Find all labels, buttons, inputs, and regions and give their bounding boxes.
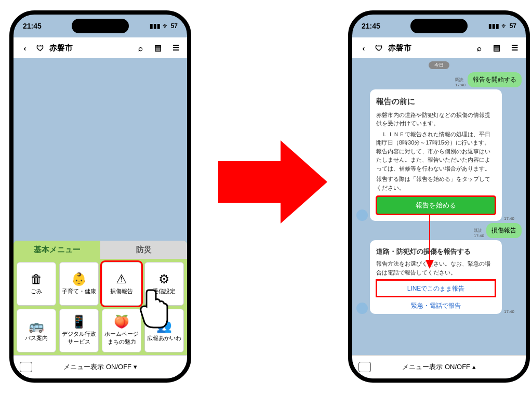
wifi-icon: ᯤ — [501, 22, 508, 30]
bubble-start: 報告を開始する — [468, 72, 522, 87]
chat-header: ‹ 🛡 赤磐市 ⌕ ▤ ☰ — [352, 37, 526, 58]
status-time: 21:45 — [23, 22, 42, 30]
chat-header: ‹ 🛡 赤磐市 ⌕ ▤ ☰ — [14, 37, 187, 58]
menu-toggle-bar[interactable]: メニュー表示 ON/OFF ▴ — [352, 355, 526, 378]
chat-title: 赤磐市 — [388, 43, 411, 53]
msg-bot-1: 報告の前に 赤磐市内の道路や防犯灯などの損傷の情報提供を受け付けています。 ＬＩ… — [356, 89, 522, 221]
shield-icon: 🛡 — [375, 44, 383, 53]
notch — [410, 19, 468, 33]
date-pill: 今日 — [429, 61, 449, 69]
search-icon[interactable]: ⌕ — [134, 42, 147, 54]
keyboard-icon[interactable] — [358, 362, 371, 372]
annotation-arrow-down — [422, 214, 437, 271]
notch — [72, 19, 129, 33]
bot-avatar — [356, 209, 368, 221]
battery-icon: 57 — [171, 22, 178, 30]
warning-icon: ⚠ — [116, 273, 127, 285]
peach-icon: 🍑 — [114, 316, 129, 328]
phone-right: 21:45 ▮▮▮ ᯤ 57 ‹ 🛡 赤磐市 ⌕ ▤ ☰ 今日 既読17:40 … — [348, 10, 530, 383]
menu-kosodate[interactable]: 👶子育て・健康 — [59, 262, 99, 306]
wifi-icon: ᯤ — [163, 22, 169, 30]
svg-marker-2 — [425, 260, 434, 269]
start-report-button[interactable]: 報告を始める — [376, 196, 496, 215]
back-icon[interactable]: ‹ — [357, 42, 370, 54]
chat-area[interactable]: 今日 既読17:40 報告を開始する 報告の前に 赤磐市内の道路や防犯灯などの損… — [352, 58, 526, 356]
tap-hand-icon — [133, 285, 175, 332]
trash-icon: 🗑 — [30, 273, 43, 285]
phone-icon: 📱 — [71, 316, 87, 328]
signal-icon: ▮▮▮ — [150, 22, 161, 30]
status-time: 21:45 — [362, 22, 380, 30]
tab-basic[interactable]: 基本メニュー — [14, 241, 100, 259]
card-before-report: 報告の前に 赤磐市内の道路や防犯灯などの損傷の情報提供を受け付けています。 ＬＩ… — [370, 89, 502, 221]
signal-icon: ▮▮▮ — [488, 22, 499, 30]
card1-title: 報告の前に — [376, 96, 496, 108]
menu-bus[interactable]: 🚌バス案内 — [17, 309, 56, 352]
option-phone-report[interactable]: 緊急・電話で報告 — [376, 297, 496, 314]
baby-icon: 👶 — [71, 273, 87, 285]
battery-icon: 57 — [510, 22, 516, 30]
transition-arrow — [208, 130, 332, 234]
notes-icon[interactable]: ▤ — [152, 42, 164, 54]
menu-icon[interactable]: ☰ — [169, 42, 182, 54]
menu-digital[interactable]: 📱デジタル行政 サービス — [59, 309, 99, 352]
shield-icon: 🛡 — [36, 44, 44, 53]
menu-toggle-bar[interactable]: メニュー表示 ON/OFF ▾ — [14, 355, 187, 378]
back-icon[interactable]: ‹ — [19, 42, 31, 54]
menu-gomi[interactable]: 🗑ごみ — [17, 262, 56, 306]
msg-me-2: 既読17:40 損傷報告 — [356, 223, 522, 238]
chat-title: 赤磐市 — [49, 43, 73, 53]
tab-bosai[interactable]: 防災 — [100, 241, 187, 259]
gear-icon: ⚙ — [158, 273, 170, 285]
notes-icon[interactable]: ▤ — [490, 42, 503, 54]
keyboard-icon[interactable] — [20, 362, 32, 372]
phone-left: 21:45 ▮▮▮ ᯤ 57 ‹ 🛡 赤磐市 ⌕ ▤ ☰ 基本メニュー 防災 🗑… — [9, 10, 191, 383]
option-line-report[interactable]: LINEでこのまま報告 — [376, 280, 496, 297]
msg-bot-2: 道路・防犯灯の損傷を報告する 報告方法をお選びください。なお、緊急の場合は電話で… — [356, 240, 522, 315]
bot-avatar — [356, 303, 368, 314]
bubble-sonsho: 損傷報告 — [486, 223, 522, 238]
bus-icon: 🚌 — [29, 320, 44, 332]
search-icon[interactable]: ⌕ — [473, 42, 485, 54]
menu-icon[interactable]: ☰ — [508, 42, 521, 54]
svg-marker-0 — [218, 140, 327, 224]
msg-me-1: 既読17:40 報告を開始する — [356, 72, 522, 87]
